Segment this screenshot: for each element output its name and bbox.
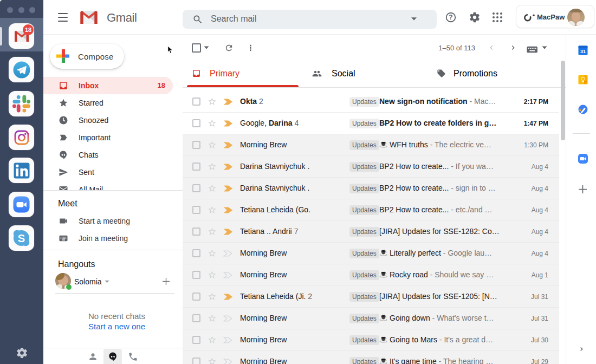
- svg-text:?: ?: [449, 14, 452, 21]
- svg-text:S: S: [18, 232, 25, 244]
- svg-text:31: 31: [580, 49, 586, 54]
